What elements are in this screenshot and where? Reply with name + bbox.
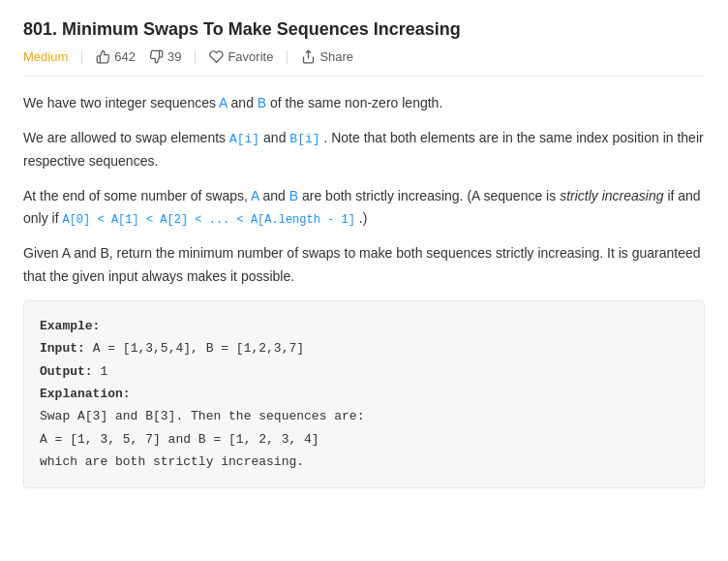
p2-text1: We are allowed to swap elements xyxy=(23,130,229,145)
p3-text5: .) xyxy=(359,210,368,226)
p1-text2: and xyxy=(231,95,258,110)
problem-content: We have two integer sequences A and B of… xyxy=(23,92,705,488)
p3-formula: A[0] < A[1] < A[2] < ... < A[A.length - … xyxy=(62,213,354,227)
divider-1 xyxy=(81,50,82,64)
downvote-count: 39 xyxy=(167,49,181,64)
p1-b: B xyxy=(258,95,266,110)
example-input-value: A = [1,3,5,4], B = [1,2,3,7] xyxy=(93,341,304,356)
share-button[interactable]: Share xyxy=(301,49,353,64)
p3-strictly: strictly increasing xyxy=(560,188,663,203)
downvote-button[interactable]: 39 xyxy=(149,49,181,64)
difficulty-badge[interactable]: Medium xyxy=(23,49,68,64)
example-explanation-label: Explanation: xyxy=(40,387,131,401)
p2-bi: B[i] xyxy=(289,132,319,146)
example-output-line: Output: 1 xyxy=(40,360,688,383)
example-output-val: 1 xyxy=(100,364,107,379)
meta-row: Medium 642 39 Favorite Share xyxy=(23,49,705,77)
example-header-label: Example: xyxy=(40,319,100,333)
divider-2 xyxy=(195,50,196,64)
upvote-count: 642 xyxy=(114,49,136,64)
example-explanation-line1: Swap A[3] and B[3]. Then the sequences a… xyxy=(40,405,688,427)
p2-ai: A[i] xyxy=(229,132,259,146)
p3-a: A xyxy=(251,188,259,203)
share-label: Share xyxy=(319,49,353,64)
example-input-line: Input: A = [1,3,5,4], B = [1,2,3,7] xyxy=(40,337,688,359)
example-output-label: Output: xyxy=(40,364,93,379)
example-box: Example: Input: A = [1,3,5,4], B = [1,2,… xyxy=(23,300,705,488)
p4-text: Given A and B, return the minimum number… xyxy=(23,245,701,284)
paragraph-2: We are allowed to swap elements A[i] and… xyxy=(23,127,705,173)
p3-text1: At the end of some number of swaps, xyxy=(23,188,251,203)
p3-text2: and xyxy=(263,188,289,203)
example-header: Example: xyxy=(40,315,688,337)
p3-text3: are both strictly increasing. (A sequenc… xyxy=(302,188,560,203)
upvote-button[interactable]: 642 xyxy=(96,49,136,64)
example-explanation-line2: A = [1, 3, 5, 7] and B = [1, 2, 3, 4] xyxy=(40,428,688,451)
thumbs-down-icon xyxy=(149,49,164,64)
paragraph-4: Given A and B, return the minimum number… xyxy=(23,242,705,289)
favorite-label: Favorite xyxy=(228,49,273,64)
example-input-label: Input: xyxy=(40,341,85,356)
divider-3 xyxy=(287,50,288,64)
p3-b: B xyxy=(289,188,298,203)
example-explanation-header: Explanation: xyxy=(40,383,688,405)
example-explanation-line3: which are both strictly increasing. xyxy=(40,451,688,473)
p2-text2: and xyxy=(263,130,289,145)
paragraph-3: At the end of some number of swaps, A an… xyxy=(23,185,705,232)
thumbs-up-icon xyxy=(96,49,110,64)
share-icon xyxy=(301,49,316,64)
problem-title: 801. Minimum Swaps To Make Sequences Inc… xyxy=(23,19,705,40)
favorite-button[interactable]: Favorite xyxy=(209,49,273,64)
heart-icon xyxy=(209,49,224,64)
paragraph-1: We have two integer sequences A and B of… xyxy=(23,92,705,115)
p1-text1: We have two integer sequences xyxy=(23,95,219,110)
p1-a: A xyxy=(219,95,228,110)
p1-text3: of the same non-zero length. xyxy=(270,95,442,110)
